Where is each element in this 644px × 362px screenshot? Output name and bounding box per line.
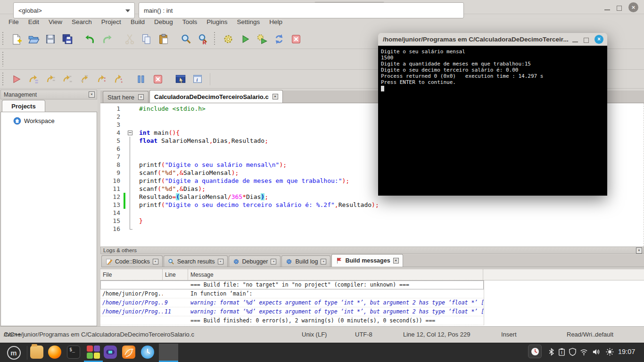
management-title: Management — [4, 91, 89, 98]
workspace-label: Workspace — [24, 117, 55, 124]
close-panel-icon[interactable]: × — [89, 91, 95, 98]
scope-dropdown[interactable]: <global> — [13, 2, 135, 18]
table-row[interactable]: === Build finished: 0 error(s), 2 warnin… — [100, 316, 484, 325]
tab-build-messages[interactable]: Build messages× — [331, 254, 403, 267]
run-icon[interactable] — [239, 33, 251, 45]
projects-tree: Workspace — [0, 112, 97, 326]
terminal-window-button[interactable] — [159, 344, 178, 361]
build-icon[interactable] — [223, 33, 234, 45]
codeblocks-app-icon[interactable] — [87, 346, 100, 359]
table-row[interactable]: /home/junior/Prog...11warning: format ‘%… — [100, 307, 484, 316]
table-row[interactable]: === Build file: "no target" in "no proje… — [100, 280, 484, 289]
tab-debugger-log[interactable]: Debugger× — [229, 255, 281, 267]
tab-codeblocks-log[interactable]: Code::Blocks× — [101, 255, 163, 267]
tab-search-results[interactable]: Search results× — [164, 255, 228, 267]
brightness-icon[interactable] — [605, 347, 614, 358]
break-debugger-icon[interactable] — [135, 74, 147, 85]
close-tab-icon[interactable]: × — [218, 259, 223, 264]
tab-build-log[interactable]: Build log× — [281, 255, 330, 267]
clock-app-icon[interactable] — [141, 346, 154, 359]
close-tab-icon[interactable]: × — [393, 258, 399, 263]
new-file-icon[interactable] — [11, 33, 22, 45]
step-into-icon[interactable] — [62, 74, 73, 85]
close-tab-icon[interactable]: × — [153, 259, 158, 264]
code-line[interactable]: 13printf("Digite o seu decimo terceiro s… — [100, 201, 644, 209]
maximize-icon[interactable] — [584, 38, 589, 43]
minimize-icon[interactable] — [604, 9, 610, 10]
close-icon[interactable]: × — [628, 2, 638, 12]
terminal-app-icon[interactable]: $_ — [67, 346, 80, 359]
firewall-shield-icon[interactable] — [568, 347, 577, 358]
terminal-window[interactable]: /home/junior/Programas em C/CalculadoraD… — [378, 33, 607, 196]
wifi-icon[interactable] — [579, 347, 588, 358]
clock-tray-icon[interactable] — [528, 345, 542, 358]
save-icon[interactable] — [45, 33, 56, 45]
debug-continue-icon[interactable] — [11, 74, 22, 85]
code-line[interactable]: 15} — [100, 217, 644, 225]
close-tab-icon[interactable]: × — [272, 94, 278, 99]
close-logs-icon[interactable]: × — [636, 247, 642, 254]
undo-icon[interactable] — [84, 33, 96, 45]
table-header[interactable]: File Line Message — [100, 269, 644, 280]
management-panel: Management × Projects Workspace — [0, 89, 98, 326]
debugging-windows-icon[interactable] — [175, 74, 186, 85]
various-info-icon[interactable]: i — [192, 74, 203, 85]
step-into-instruction-icon[interactable] — [113, 74, 124, 85]
search-icon — [168, 258, 174, 265]
workspace-item[interactable]: Workspace — [13, 117, 97, 125]
code-line[interactable]: 16 — [100, 225, 644, 233]
gba-emulator-app-icon[interactable] — [104, 346, 117, 359]
workspace-icon — [13, 117, 21, 125]
mint-menu-button[interactable]: m — [3, 345, 25, 361]
close-icon[interactable]: × — [594, 35, 603, 44]
toolbar-gripper[interactable] — [1, 52, 4, 66]
taskbar-clock[interactable]: 19:07 — [618, 348, 635, 355]
rebuild-icon[interactable] — [273, 33, 285, 45]
copy-icon[interactable] — [141, 33, 152, 45]
build-messages-body: === Build file: "no target" in "no proje… — [100, 280, 644, 325]
status-encoding: UTF-8 — [355, 331, 372, 338]
next-instruction-icon[interactable] — [96, 74, 107, 85]
redo-icon[interactable] — [101, 33, 113, 45]
bluetooth-icon[interactable] — [547, 347, 556, 358]
close-tab-icon[interactable]: × — [138, 94, 144, 100]
replace-icon[interactable]: R — [198, 33, 209, 45]
terminal-title-bar[interactable]: /home/junior/Programas em C/CalculadoraD… — [378, 33, 607, 46]
files-app-icon[interactable] — [30, 346, 43, 359]
tab-projects[interactable]: Projects — [2, 100, 45, 112]
status-insert-mode: Insert — [501, 331, 517, 338]
table-row[interactable]: /home/junior/Prog...9warning: format ‘%d… — [100, 298, 484, 307]
tab-start-here[interactable]: Start here × — [103, 91, 149, 103]
svg-text:i: i — [197, 76, 198, 82]
update-manager-icon[interactable]: ! — [557, 347, 566, 358]
toolbar-gripper[interactable] — [213, 32, 216, 46]
close-tab-icon[interactable]: × — [321, 259, 326, 264]
volume-icon[interactable] — [592, 347, 601, 358]
gear-icon — [233, 258, 239, 265]
code-line[interactable]: 14 — [100, 209, 644, 217]
firefox-app-icon[interactable] — [48, 346, 61, 359]
stop-debugger-icon[interactable] — [152, 74, 164, 85]
step-out-icon[interactable] — [79, 74, 90, 85]
terminal-title: /home/junior/Programas em C/CalculadoraD… — [383, 36, 569, 43]
toolbar-gripper[interactable] — [1, 73, 4, 85]
orange-app-icon[interactable] — [122, 346, 135, 359]
tab-source-file[interactable]: CalculadoraDeDecimoTerceiroSalario.c × — [149, 90, 283, 103]
next-line-icon[interactable] — [45, 74, 56, 85]
close-tab-icon[interactable]: × — [271, 259, 276, 264]
cut-icon[interactable] — [124, 33, 135, 45]
maximize-icon[interactable] — [617, 6, 622, 11]
open-file-icon[interactable] — [28, 33, 39, 45]
status-bar: C/C++ /home/junior/Programas em C/Calcul… — [0, 326, 644, 343]
symbol-dropdown[interactable]: main() : int — [139, 2, 464, 18]
save-all-icon[interactable] — [62, 33, 73, 45]
find-icon[interactable] — [181, 33, 192, 45]
terminal-output[interactable]: Digite o seu salário mensal1500Digite a … — [378, 46, 607, 196]
table-row[interactable]: /home/junior/Prog...In function ‘main’: — [100, 289, 484, 298]
build-and-run-icon[interactable] — [256, 33, 268, 45]
minimize-icon[interactable] — [572, 41, 578, 42]
run-to-cursor-icon[interactable] — [28, 74, 39, 85]
abort-build-icon[interactable] — [290, 33, 302, 45]
paste-icon[interactable] — [158, 33, 169, 45]
toolbar-gripper[interactable] — [1, 32, 4, 46]
